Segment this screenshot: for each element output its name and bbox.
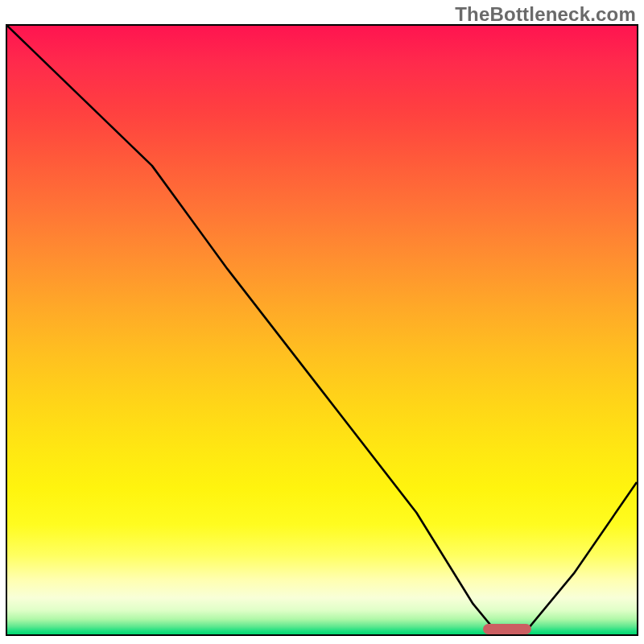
curve-layer: [7, 26, 637, 634]
optimal-marker: [483, 624, 531, 634]
chart-frame: TheBottleneck.com: [0, 0, 644, 644]
watermark-text: TheBottleneck.com: [455, 3, 636, 26]
plot-box: [6, 24, 638, 636]
bottleneck-curve: [7, 26, 637, 634]
